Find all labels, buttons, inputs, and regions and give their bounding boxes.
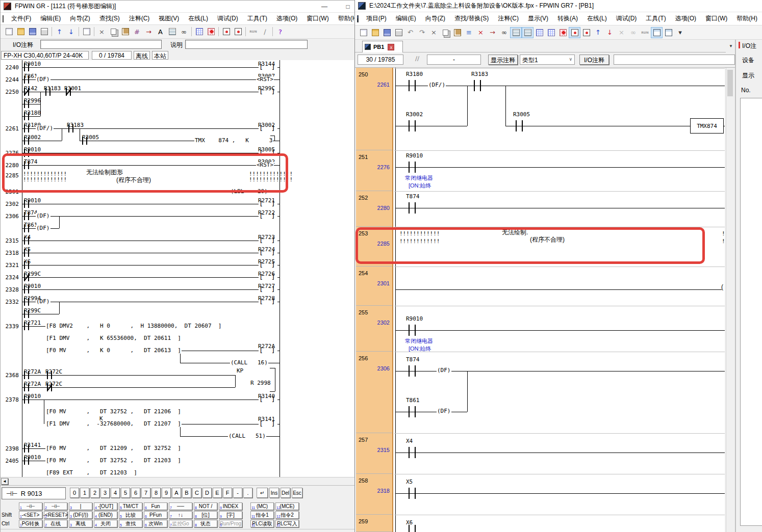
menu-item[interactable]: 在线(L)	[582, 13, 612, 24]
function-key-4-row1[interactable]: -[OUT]4	[94, 502, 117, 510]
monitor-grid2-icon[interactable]	[663, 27, 674, 38]
copy-icon[interactable]	[440, 27, 451, 38]
monitor-stop-icon[interactable]: ∕∕	[415, 55, 419, 62]
function-key-7-row2[interactable]: ↑↓7	[169, 511, 192, 519]
menu-item[interactable]: 调试(D)	[612, 13, 642, 24]
function-key-5-row2[interactable]: 比较5	[119, 511, 142, 519]
hscroll-left-arrow[interactable]: ◄	[1, 478, 8, 485]
function-key-11-row2[interactable]: 指令111	[250, 511, 274, 519]
menu-item[interactable]: 工具(T)	[641, 13, 670, 24]
rung-header[interactable]: 2502261	[356, 68, 392, 150]
rung-header[interactable]: 2562306	[356, 352, 392, 433]
numpad-key-5[interactable]: 5	[121, 488, 130, 498]
edit-key-↵[interactable]: ↵	[257, 488, 268, 498]
numpad-key-4[interactable]: 4	[111, 488, 120, 498]
cut-icon[interactable]: ×	[428, 27, 440, 38]
redo-icon[interactable]: ↷	[416, 27, 428, 38]
io-comment-value[interactable]	[614, 55, 735, 65]
function-key-8-row2[interactable]: [位]8	[194, 511, 217, 519]
function-key-5-row3[interactable]: 查找5	[119, 520, 142, 527]
block-upload-icon[interactable]: ↑	[54, 26, 65, 37]
cut-gray-icon[interactable]: ×	[616, 27, 627, 38]
comment-type-select[interactable]: 类型1 ∨	[520, 55, 575, 65]
function-key-7-row3[interactable]: 监控Go7	[169, 520, 192, 527]
function-key-12-row1[interactable]: (MCE)12	[275, 502, 299, 510]
numpad-key-A[interactable]: A	[172, 488, 181, 498]
show-comment-icon[interactable]	[510, 27, 522, 38]
menu-item[interactable]: 窗口(W)	[302, 13, 333, 24]
io-comment-input[interactable]	[40, 40, 162, 49]
rung-header[interactable]: 259	[356, 515, 392, 532]
help-icon[interactable]: ?	[274, 26, 286, 37]
function-key-4-row3[interactable]: 关闭4	[94, 520, 117, 527]
operand-entry[interactable]: ⊣⊢ R 9013	[2, 487, 66, 499]
function-key-3-row1[interactable]: |3	[69, 502, 92, 510]
upload-icon[interactable]: ↑	[592, 27, 604, 38]
new-file-icon[interactable]	[358, 27, 369, 38]
show-comment-button[interactable]: 显示注释	[488, 55, 518, 65]
panel-list-box[interactable]	[740, 98, 762, 526]
status-display-icon[interactable]	[205, 26, 217, 37]
description-input[interactable]	[185, 40, 308, 49]
numpad-key-6[interactable]: 6	[131, 488, 140, 498]
function-key-11-row1[interactable]: (MC)11	[250, 502, 274, 510]
function-key-8-row1[interactable]: NOT /8	[194, 502, 217, 510]
paste-icon[interactable]	[119, 26, 131, 37]
offline-icon[interactable]	[580, 27, 592, 38]
download-icon[interactable]: ↓	[604, 27, 616, 38]
find-gray-icon[interactable]: ∞	[627, 27, 639, 38]
function-key-7-row1[interactable]: ──7	[169, 502, 192, 510]
rung-header[interactable]: 2522280	[356, 191, 392, 227]
function-key-2-row2[interactable]: -<RESET>2	[44, 511, 67, 519]
function-key-1-row3[interactable]: PG转换1	[19, 520, 42, 527]
ladder-editor[interactable]: [ ][ ][ ][ ][ ][ ][ ][ ][ ][ ][ ][ ][ ][…	[1, 60, 354, 477]
monitor-grid-icon[interactable]	[651, 27, 663, 38]
menu-item[interactable]: 调试(D)	[213, 13, 243, 24]
jump-icon[interactable]: →	[143, 26, 155, 37]
numpad-key-.[interactable]: .	[243, 488, 252, 498]
menu-item[interactable]: 向导(Z)	[65, 13, 94, 24]
numpad-key-3[interactable]: 3	[100, 488, 110, 498]
function-key-11-row3[interactable]: PLC读取11	[250, 520, 274, 527]
select-window-icon[interactable]	[81, 26, 92, 37]
function-key-12-row3[interactable]: PLC写入12	[275, 520, 299, 527]
paste-icon[interactable]	[451, 27, 463, 38]
edit-key-Ins[interactable]: Ins	[269, 488, 279, 498]
online-monitor-icon[interactable]	[569, 27, 580, 38]
numpad-key-0[interactable]: 0	[70, 488, 79, 498]
edit-key-Del[interactable]: Del	[281, 488, 290, 498]
function-key-1-row2[interactable]: -<SET>1	[19, 511, 42, 519]
panel-row-display[interactable]: 显示	[742, 71, 754, 80]
menu-item[interactable]: 在线(L)	[184, 13, 213, 24]
open-file-icon[interactable]	[369, 27, 381, 38]
numpad-key-9[interactable]: 9	[162, 488, 171, 498]
menu-item[interactable]: 选项(O)	[272, 13, 302, 24]
numpad-key-8[interactable]: 8	[151, 488, 161, 498]
open-file-icon[interactable]	[15, 26, 27, 37]
rung-header[interactable]: 2512276	[356, 150, 392, 191]
text-input-icon[interactable]: A	[155, 26, 166, 37]
menu-item[interactable]: 查找(S)	[95, 13, 124, 24]
function-key-6-row2[interactable]: PFun6	[144, 511, 167, 519]
save-icon[interactable]	[27, 26, 38, 37]
new-file-icon[interactable]	[3, 26, 15, 37]
numpad-key-F[interactable]: F	[223, 488, 232, 498]
function-key-4-row2[interactable]: (END)4	[94, 511, 117, 519]
function-key-6-row3[interactable]: 次Win6	[144, 520, 167, 527]
menu-item[interactable]: 显示(V)	[523, 13, 553, 24]
edit-key-Esc[interactable]: Esc	[292, 488, 302, 498]
tab-overflow-icon[interactable]: ▼	[729, 44, 733, 48]
function-key-8-row3[interactable]: 状态8	[194, 520, 217, 527]
show-comment-list-icon[interactable]	[522, 27, 534, 38]
scrollbar-thumb[interactable]	[727, 70, 733, 96]
convert-icon[interactable]	[557, 27, 569, 38]
numpad-key-E[interactable]: E	[213, 488, 222, 498]
minimize-button[interactable]: —	[316, 2, 333, 11]
menu-item[interactable]: 项目(P)	[362, 13, 391, 24]
rung-header[interactable]: 2542301	[356, 267, 392, 306]
ladder-view[interactable]: R3180R3183(DF/)R3002R3005TMX874R9010常闭继电…	[393, 68, 725, 532]
numpad-key-C[interactable]: C	[192, 488, 201, 498]
menu-item[interactable]: 注释(C)	[493, 13, 523, 24]
function-key-5-row1[interactable]: TM/CT5	[119, 502, 142, 510]
menu-item[interactable]: 注释(C)	[124, 13, 155, 24]
